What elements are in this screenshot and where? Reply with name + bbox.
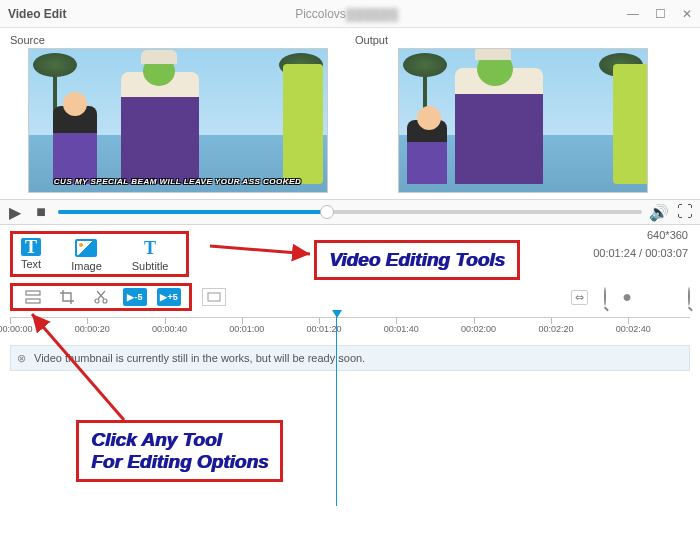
window-filename: Piccolovs▓▓▓▓▓▓ (66, 7, 627, 21)
seek-bar[interactable] (58, 210, 642, 214)
ruler-tick: 00:00:00 (10, 318, 11, 324)
source-label: Source (10, 34, 345, 46)
zoom-out-button[interactable] (604, 288, 606, 306)
seek-knob[interactable] (320, 205, 334, 219)
zoom-in-button[interactable] (688, 288, 690, 306)
arrow-to-edit-box (24, 310, 144, 430)
callout-video-editing-tools: Video Editing Tools (314, 240, 520, 280)
volume-button[interactable]: 🔊 (650, 203, 668, 221)
tool-image-label: Image (71, 260, 102, 272)
zoom-slider-knob[interactable]: ● (622, 288, 632, 306)
link-icon[interactable]: ⇔ (571, 290, 588, 305)
output-preview (398, 48, 648, 193)
extra-edit-button[interactable] (202, 288, 226, 306)
svg-line-5 (210, 246, 310, 254)
ruler-tick: 00:00:40 (165, 318, 166, 324)
source-subtitle: CUS MY SPECIAL BEAM WILL LEAVE YOUR ASS … (37, 177, 319, 186)
svg-rect-1 (26, 299, 40, 303)
image-icon (74, 238, 98, 258)
zoom-controls: ⇔ ● (571, 288, 690, 306)
svg-point-3 (103, 299, 107, 303)
ruler-tick: 00:01:20 (319, 318, 320, 324)
svg-line-6 (32, 314, 124, 420)
tool-text-label: Text (21, 258, 41, 270)
source-preview: CUS MY SPECIAL BEAM WILL LEAVE YOUR ASS … (28, 48, 328, 193)
svg-rect-4 (208, 293, 220, 301)
tool-box-callout: T Text Image T Subtitle (10, 231, 189, 277)
ruler-tick: 00:01:00 (242, 318, 243, 324)
arrow-to-tools-callout (210, 238, 320, 262)
player-bar: ▶ ■ 🔊 ⛶ (0, 199, 700, 225)
tool-subtitle-label: Subtitle (132, 260, 169, 272)
ruler-tick: 00:02:00 (474, 318, 475, 324)
split-button[interactable] (21, 288, 45, 306)
time-text: 00:01:24 / 00:03:07 (593, 245, 688, 263)
crop-button[interactable] (55, 288, 79, 306)
timeline-playhead[interactable] (336, 316, 337, 506)
svg-point-2 (95, 299, 99, 303)
svg-rect-0 (26, 291, 40, 295)
fullscreen-button[interactable]: ⛶ (676, 203, 694, 221)
ruler-tick: 00:01:40 (396, 318, 397, 324)
tool-image[interactable]: Image (71, 238, 102, 272)
play-button[interactable]: ▶ (6, 203, 24, 221)
stop-button[interactable]: ■ (32, 203, 50, 221)
subtitle-icon: T (138, 238, 162, 258)
text-icon: T (21, 238, 41, 256)
edit-box-callout: ▶-5 ▶+5 (10, 283, 192, 311)
tool-subtitle[interactable]: T Subtitle (132, 238, 169, 272)
close-button[interactable]: ✕ (682, 7, 692, 21)
preview-area: Source CUS MY SPECIAL BEAM WILL LEAVE YO… (0, 28, 700, 193)
output-label: Output (355, 34, 690, 46)
cut-button[interactable] (89, 288, 113, 306)
ruler-tick: 00:02:20 (551, 318, 552, 324)
seek-back-5-button[interactable]: ▶-5 (123, 288, 147, 306)
maximize-button[interactable]: ☐ (655, 7, 666, 21)
window-title: Video Edit (8, 7, 66, 21)
seek-fwd-5-button[interactable]: ▶+5 (157, 288, 181, 306)
ruler-tick: 00:02:40 (628, 318, 629, 324)
resolution-text: 640*360 (593, 227, 688, 245)
video-meta: 640*360 00:01:24 / 00:03:07 (593, 227, 688, 262)
tool-text[interactable]: T Text (21, 238, 41, 272)
title-bar: Video Edit Piccolovs▓▓▓▓▓▓ — ☐ ✕ (0, 0, 700, 28)
minimize-button[interactable]: — (627, 7, 639, 21)
